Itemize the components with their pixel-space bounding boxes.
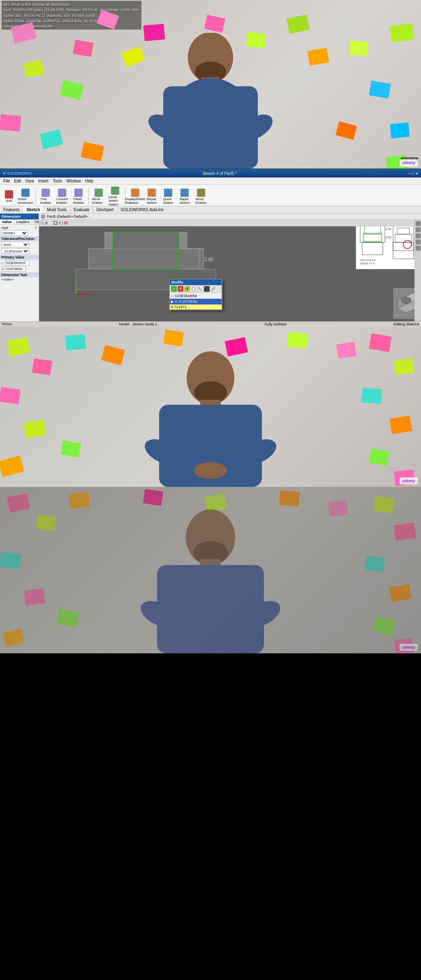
menu-file[interactable]: File — [2, 179, 12, 183]
toolbar-repair[interactable]: RepairSketch — [144, 188, 159, 205]
vp-tb-icon-3[interactable]: ⬜ — [49, 221, 53, 225]
person-silhouette-1 — [141, 33, 280, 181]
menu-insert[interactable]: Insert — [37, 179, 50, 183]
dim-style-arrow: ⊞ — [35, 226, 37, 230]
toolbar-mirror-label: Mirror Entities — [92, 197, 105, 205]
vp-tb-icon-1[interactable]: 🔍 — [40, 221, 44, 225]
file-size: Size: 304934105 bytes (29.08 MiB), durat… — [3, 7, 140, 12]
dim-tab-value[interactable]: Value — [0, 219, 14, 224]
svg-text:2.00: 2.00 — [204, 257, 213, 262]
right-tb-btn-5[interactable] — [416, 246, 421, 251]
tab-sketch[interactable]: Sketch — [23, 206, 44, 213]
repair-icon — [148, 189, 156, 197]
vp-tb-icon-6[interactable]: 🎯 — [64, 221, 68, 225]
svg-rect-87 — [287, 332, 308, 348]
right-tb-btn-4[interactable] — [416, 240, 421, 244]
sw-drawing-inset: 2.30 2.00 SECTION A-A SCALE 1:1.5 — [356, 221, 419, 269]
menu-window[interactable]: Window — [65, 179, 83, 183]
right-tb-btn-3[interactable] — [416, 233, 421, 238]
pattern-icon — [111, 187, 119, 195]
sw-status-left: *Front — [2, 322, 12, 326]
toolbar-sep-2 — [88, 188, 89, 205]
menu-edit[interactable]: Edit — [12, 179, 23, 183]
sw-bottom-tabs: Model Motion Study 1 — [119, 322, 157, 326]
vp-tb-icon-4[interactable]: 🔲 — [53, 221, 58, 225]
modify-row-3[interactable]: 0.711573… — [170, 304, 222, 309]
modify-label-1: D2@Sketch4 — [175, 294, 197, 298]
tab-addins[interactable]: SOLIDWORKS Add-Ins — [118, 206, 167, 213]
file-audio: Audio: aac, 44100 Hz, 2 channels, s16, 8… — [3, 13, 140, 18]
menu-view[interactable]: View — [23, 179, 36, 183]
modify-fill-btn[interactable]: ⬛ — [204, 286, 210, 292]
toolbar-quick[interactable]: QuickSnatch — [161, 188, 176, 205]
tolerance-section: Tolerance/Precision — [0, 236, 39, 241]
file-video: Video: h264, yuv420p, 1280x720, 25553 kb… — [3, 18, 140, 23]
dim-tab-leaders[interactable]: Leaders — [14, 219, 32, 224]
vp-tb-icon-2[interactable]: ◎ — [45, 221, 48, 225]
svg-rect-75 — [0, 387, 21, 404]
primary-val-1-input[interactable] — [5, 260, 30, 265]
sw-feature-tree-bar: 🔘 Part5 (Default<<Default>... — [39, 214, 421, 220]
relations-icon — [131, 189, 139, 197]
right-tb-btn-1[interactable] — [416, 221, 421, 226]
modify-row-1[interactable]: ◇ D2@Sketch4 — [170, 293, 222, 299]
dim-text-section: Dimension Text — [0, 272, 39, 277]
toolbar-move[interactable]: MoveEntities — [194, 188, 208, 205]
svg-rect-72 — [32, 358, 52, 375]
dim-panel-tabs: Value Leaders Other — [0, 219, 39, 225]
udemy-badge-3: udemy — [400, 644, 418, 651]
modify-tool-btn[interactable]: 🔧 — [197, 286, 203, 292]
toolbar-trim[interactable]: TrimEntities — [38, 188, 53, 205]
modify-title: Modify — [170, 279, 222, 285]
modify-copy-btn[interactable]: 📋 — [191, 286, 197, 292]
precision-select[interactable]: .12 (Document) — [1, 248, 29, 254]
smart-dim-icon — [21, 189, 30, 197]
svg-rect-2 — [0, 114, 21, 131]
tab-mold-tools[interactable]: Mold Tools — [44, 206, 70, 213]
menu-help[interactable]: Help — [83, 179, 95, 183]
sw-tab-model[interactable]: Model — [119, 322, 130, 326]
tolerance-row: None — [0, 241, 39, 248]
sw-title: Sketch 4 of Part5 * — [35, 171, 405, 176]
convert-icon — [58, 189, 66, 197]
tolerance-select[interactable]: None — [1, 242, 29, 247]
primary-val-2-input[interactable] — [1, 266, 26, 272]
svg-rect-116 — [157, 565, 264, 653]
right-tb-btn-2[interactable] — [416, 227, 421, 232]
toolbar-mirror[interactable]: Mirror Entities — [91, 188, 106, 205]
tab-dimxpert[interactable]: DimXpert — [93, 206, 118, 213]
modify-row-2[interactable]: ▶ 0.71157363in — [170, 299, 222, 304]
svg-rect-80 — [394, 358, 414, 375]
toolbar-convert-label: ConvertEntities — [56, 197, 68, 205]
svg-rect-82 — [389, 415, 412, 434]
toolbar-display-del[interactable]: Display/Delete Relations — [128, 188, 143, 205]
sw-titlebar: ⚙ SOLIDWORKS Sketch 4 of Part5 * ─ □ ✕ — [0, 169, 421, 178]
toolbar-move-label: MoveEntities — [196, 197, 206, 205]
dim-tab-other[interactable]: Other — [32, 219, 39, 224]
toolbar-exit[interactable]: Exit — [2, 189, 16, 203]
modify-zoom-btn[interactable]: 🔎 — [210, 286, 216, 292]
modify-icon-1: ◇ — [171, 294, 174, 298]
tab-features[interactable]: Features — [0, 206, 23, 213]
toolbar-smart-dim[interactable]: SmartDimension — [18, 188, 33, 205]
dim-style-select[interactable]: <NONE> — [0, 230, 28, 236]
svg-rect-14 — [39, 129, 63, 150]
svg-rect-81 — [361, 387, 382, 404]
svg-rect-71 — [7, 337, 30, 357]
quick-icon — [164, 189, 172, 197]
svg-point-70 — [401, 297, 411, 304]
svg-text:SCALE 1:1.5: SCALE 1:1.5 — [360, 262, 375, 265]
tab-evaluate[interactable]: Evaluate — [70, 206, 93, 213]
toolbar-offset[interactable]: OffsetEntities — [71, 188, 86, 205]
sw-tab-motion[interactable]: Motion Study 1 — [132, 322, 157, 326]
modify-undo-btn[interactable]: ↺ — [184, 286, 190, 292]
toolbar-repair-label: RepairSketch — [147, 197, 157, 205]
toolbar-convert[interactable]: ConvertEntities — [55, 188, 69, 205]
modify-cancel-btn[interactable]: ✗ — [178, 286, 183, 292]
toolbar-rapid[interactable]: RapidSketch — [177, 188, 192, 205]
svg-rect-35 — [88, 249, 204, 269]
vp-tb-icon-5[interactable]: ↗ — [58, 221, 61, 225]
menu-tools[interactable]: Tools — [51, 179, 64, 183]
toolbar-pattern[interactable]: Linear Sketch Pattern — [108, 186, 123, 206]
modify-ok-btn[interactable]: ✓ — [171, 286, 177, 292]
